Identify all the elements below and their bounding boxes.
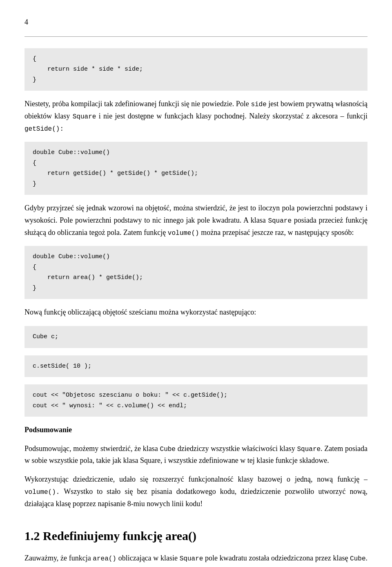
code-block-3: double Cube::volume() { return area() * … [24,246,368,299]
section-title: Redefiniujemy funkcję area() [43,529,196,542]
paragraph-2-inline-1: Square [268,217,292,225]
top-divider [24,36,368,37]
paragraph-1-text-3: i nie jest dostępne w funkcjach klasy po… [96,112,368,120]
code-block-5: c.setSide( 10 ); [24,355,368,377]
page-number: 4 [24,16,368,28]
summary-p1-inline-1: Cube [160,446,176,453]
paragraph-2: Gdyby przyjrzeć się jednak wzorowi na ob… [24,202,368,239]
code-block-4: Cube c; [24,326,368,348]
summary-p1-text-2: dziedziczy wszystkie właściwości klasy [176,444,297,453]
summary-p1-text-1: Podsumowując, możemy stwierdzić, że klas… [24,444,160,453]
paragraph-1-inline-3: getSide(): [24,125,64,133]
last-p-text-2: obliczająca w klasie [116,554,180,562]
last-p-text-3: pole kwadratu została odziedziczona prze… [203,554,350,562]
last-paragraph: Zauważmy, że funkcja area() obliczająca … [24,552,368,567]
paragraph-2-inline-2: volume() [168,230,199,237]
section-number: 1.2 [24,529,40,542]
last-p-inline-2: Square [180,555,203,563]
summary-p2-cont: Wszystko to stało się bez pisania dodatk… [24,487,368,508]
section-heading: 1.2 Redefiniujemy funkcję area() [24,526,368,546]
code-block-1: { return side * side * side; } [24,48,368,91]
paragraph-1-inline-1: side [251,101,266,108]
last-p-inline-1: area() [93,555,116,563]
code-block-6: cout << "Objetosc szescianu o boku: " <<… [24,384,368,417]
paragraph-1-text-1: Niestety, próba kompilacji tak zdefiniow… [24,100,251,108]
summary-label: Podsumowanie [24,426,72,434]
paragraph-3-text: Nową funkcję obliczającą objętość sześci… [24,308,256,316]
paragraph-1-inline-2: Square [73,113,96,121]
summary-p2-text: Wykorzystując dziedziczenie, udało się r… [24,475,368,483]
code-block-2: double Cube::volume() { return getSide()… [24,142,368,195]
summary-p2-inline: volume(). [24,489,60,496]
summary-paragraph-2: Wykorzystując dziedziczenie, udało się r… [24,473,368,510]
last-p-text-1: Zauważmy, że funkcja [24,554,93,562]
paragraph-3: Nową funkcję obliczającą objętość sześci… [24,306,368,319]
summary-p1-inline-2: Square [297,446,321,453]
paragraph-1: Niestety, próba kompilacji tak zdefiniow… [24,98,368,134]
summary-paragraph-1: Podsumowując, możemy stwierdzić, że klas… [24,443,368,467]
paragraph-2-text-3: można przepisać jeszcze raz, w następują… [199,228,354,237]
last-p-inline-3: Cube [350,555,365,563]
summary-heading: Podsumowanie [24,424,368,436]
